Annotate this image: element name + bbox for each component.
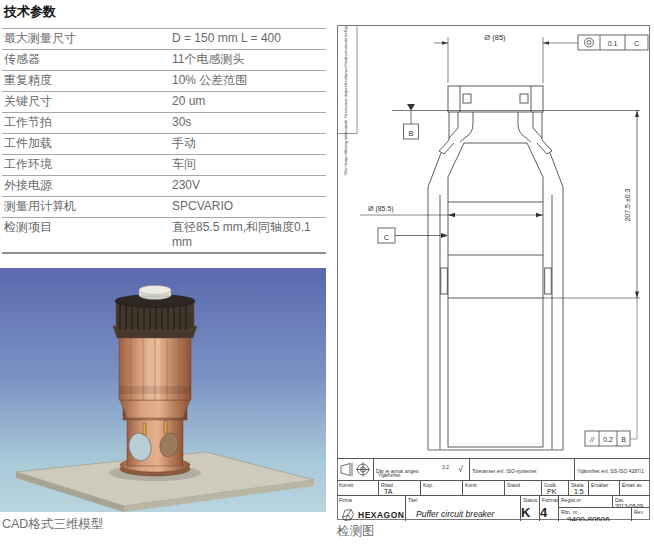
gold-pin xyxy=(143,423,146,435)
spec-label: 外接电源 xyxy=(2,176,170,197)
spec-value: 30s xyxy=(170,113,326,134)
dim-dia-top xyxy=(434,37,578,83)
ersatter-cell: Ersätter xyxy=(589,481,620,496)
roughness-value: 3,2 xyxy=(440,463,451,471)
cad-model-render xyxy=(0,268,326,512)
tolerance-note-1: Toleranser enl. ISO-systemet xyxy=(470,467,538,475)
drawing-sheet: Tillhör Hexagon Metrology med ensamrätt.… xyxy=(337,25,650,520)
first-angle-projection-icon xyxy=(337,459,372,480)
drawing-number: 9400-80606 xyxy=(559,515,631,521)
hexagon-logo-icon xyxy=(341,508,355,521)
engineering-drawing: Tillhör Hexagon Metrology med ensamrätt.… xyxy=(337,25,650,520)
drawing-caption: 检测图 xyxy=(337,523,375,540)
spec-label: 传感器 xyxy=(2,50,170,71)
datum-c-label: C xyxy=(384,233,390,242)
datum-b: B xyxy=(404,104,419,139)
concentricity-icon xyxy=(585,38,594,47)
hexagon-logo: HEXAGON METROLOGY xyxy=(341,504,404,521)
spec-value: 10% 公差范围 xyxy=(170,71,326,92)
projection-symbol-cell xyxy=(337,459,374,481)
top-cap xyxy=(139,286,171,300)
rev-cell: Rev xyxy=(632,508,650,521)
datum-b-label: B xyxy=(408,129,413,138)
surface-notes-cell: Ytjämnhet enl. SS-ISO 4287/1 Skarpa kant… xyxy=(575,459,650,481)
spec-label: 最大测量尺寸 xyxy=(2,29,170,50)
spec-value: 20 um xyxy=(170,92,326,113)
spec-label: 关键尺寸 xyxy=(2,92,170,113)
spec-value: 车间 xyxy=(170,155,326,176)
side-note-text: Tillhör Hexagon Metrology med ensamrätt.… xyxy=(344,25,348,176)
godk-value: PK xyxy=(542,488,568,496)
cad-model-image xyxy=(0,268,326,512)
spec-table: 最大测量尺寸D = 150 mm L = 400 传感器11个电感测头 重复精度… xyxy=(2,28,326,254)
table-row: 传感器11个电感测头 xyxy=(2,50,326,71)
table-row: 外接电源230V xyxy=(2,176,326,197)
datum-arrow-icon xyxy=(441,233,448,238)
table-row: 最大测量尺寸D = 150 mm L = 400 xyxy=(2,29,326,50)
table-row: 工作节拍30s xyxy=(2,113,326,134)
ersatt-av-cell: Ersatt av xyxy=(620,481,650,496)
part-outline xyxy=(428,86,563,450)
dat-cell: Dat.2013-08-09 xyxy=(613,496,650,508)
title-block: Där ej annat anges: Ytjämnhet 3,2 √ Tole… xyxy=(337,458,650,521)
stand-cell: Stand xyxy=(505,481,542,496)
spec-label: 工作环境 xyxy=(2,155,170,176)
spec-table-title: 技术参数 xyxy=(4,3,326,21)
table-row: 工件加载手动 xyxy=(2,134,326,155)
surface-note-1: Ytjämnhet enl. SS-ISO 4287/1 xyxy=(575,467,646,475)
skala-value: 1:5 xyxy=(569,488,588,496)
format-value: 4 xyxy=(540,505,547,520)
kop-cell: Kop. xyxy=(421,481,463,496)
format-cell: Format4 xyxy=(540,496,559,521)
godk-cell: Godk.PK xyxy=(542,481,569,496)
side-note-strip: Tillhör Hexagon Metrology med ensamrätt.… xyxy=(338,25,358,176)
status-cell: StatusK xyxy=(521,496,540,521)
spec-value: 手动 xyxy=(170,134,326,155)
spec-label: 重复精度 xyxy=(2,71,170,92)
general-notes-cell: Där ej annat anges: Ytjämnhet 3,2 √ xyxy=(374,459,470,481)
table-row: 重复精度10% 公差范围 xyxy=(2,71,326,92)
table-row: 测量用计算机SPCVARIO xyxy=(2,197,326,218)
table-row: 检测项目直径85.5 mm,和同轴度0.1 mm xyxy=(2,218,326,254)
dim-dia-mid-label: Ø (85.5) xyxy=(368,205,394,213)
tolerance-notes-cell: Toleranser enl. ISO-systemet Måttavvikel… xyxy=(470,459,575,481)
spec-value: SPCVARIO xyxy=(170,197,326,218)
fcf-parallelism: // 0.2 B xyxy=(585,431,630,446)
table-row: 关键尺寸20 um xyxy=(2,92,326,113)
spec-label: 测量用计算机 xyxy=(2,197,170,218)
spec-value: 230V xyxy=(170,176,326,197)
ritad-cell: RitadTA xyxy=(379,481,421,496)
titel-cell: Titel Puffer circuit breaker xyxy=(406,496,521,521)
drawing-title: Puffer circuit breaker xyxy=(406,503,520,519)
status-value: K xyxy=(521,505,530,520)
spec-value: D = 150 mm L = 400 xyxy=(170,29,326,50)
brand-name: HEXAGON xyxy=(358,510,404,520)
regist-cell: Regist.nr xyxy=(559,496,613,508)
table-row: 工作环境车间 xyxy=(2,155,326,176)
dim-height: 207.5 ±0.3 xyxy=(543,111,640,440)
fcf-top-value: 0.1 xyxy=(608,40,618,47)
datum-c: C xyxy=(378,228,448,243)
spec-label: 工作节拍 xyxy=(2,113,170,134)
spec-value: 直径85.5 mm,和同轴度0.1 mm xyxy=(170,218,326,254)
spec-label: 工件加载 xyxy=(2,134,170,155)
ytjamnhet-label: Ytjämnhet xyxy=(376,471,403,479)
dim-height-label: 207.5 ±0.3 xyxy=(624,188,631,221)
spec-label: 检测项目 xyxy=(2,218,170,254)
cad-caption: CAD格式三维模型 xyxy=(2,516,103,533)
page: 技术参数 最大测量尺寸D = 150 mm L = 400 传感器11个电感测头… xyxy=(0,0,654,547)
datum-triangle-icon xyxy=(407,104,415,111)
firma-cell: Firma HEXAGON METROLOGY xyxy=(337,496,406,521)
spec-table-section: 技术参数 最大测量尺寸D = 150 mm L = 400 传感器11个电感测头… xyxy=(2,3,326,254)
skala-cell: Skala1:5 xyxy=(569,481,589,496)
konstr-cell: Konstr. xyxy=(337,481,379,496)
dim-dia-mid: Ø (85.5) xyxy=(360,205,543,217)
fcf-top-datum: C xyxy=(634,40,639,47)
surface-roughness-icon: √ xyxy=(458,464,463,474)
ritad-value: TA xyxy=(379,488,420,496)
kontr-cell: Kontr. xyxy=(463,481,505,496)
ritn-cell: Ritn. nr9400-80606 xyxy=(559,508,632,521)
fcf-bottom-value: 0.2 xyxy=(603,436,613,443)
gold-pin xyxy=(164,421,167,433)
fcf-bottom-datum: B xyxy=(621,436,626,443)
